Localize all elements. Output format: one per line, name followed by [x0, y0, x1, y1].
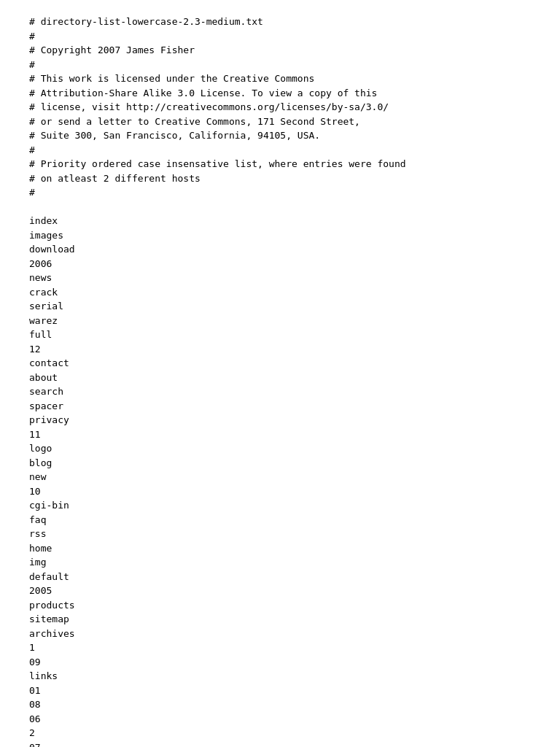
text-content: # directory-list-lowercase-2.3-medium.tx…: [29, 15, 531, 747]
